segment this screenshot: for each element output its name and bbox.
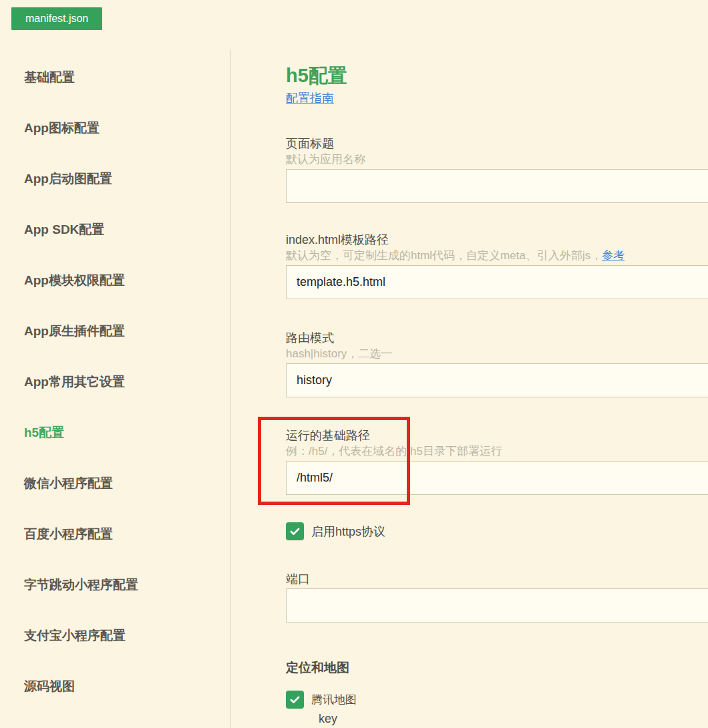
field-group-base-path: 运行的基础路径 例：/h5/，代表在域名的/h5目录下部署运行 [286,427,708,495]
tab-manifest-json[interactable]: manifest.json [11,7,102,30]
field-group-port: 端口 [286,571,708,622]
field-label: 端口 [286,571,708,587]
reference-link[interactable]: 参考 [602,249,625,262]
https-checkbox-row: 启用https协议 [286,522,385,540]
sidebar-item-source-view[interactable]: 源码视图 [24,661,218,712]
sidebar-item-base-config[interactable]: 基础配置 [24,52,218,103]
sidebar: 基础配置 App图标配置 App启动图配置 App SDK配置 App模块权限配… [24,52,218,712]
https-checkbox[interactable] [286,522,304,540]
field-hint: 默认为应用名称 [286,152,708,167]
sidebar-item-app-native-plugin-config[interactable]: App原生插件配置 [24,306,218,357]
sidebar-item-weixin-mp-config[interactable]: 微信小程序配置 [24,458,218,509]
check-icon [289,693,301,706]
sidebar-item-app-other-settings[interactable]: App常用其它设置 [24,357,218,407]
field-label: 路由模式 [286,330,708,346]
check-icon [289,525,301,538]
tencent-map-checkbox-row: 腾讯地图 [286,691,357,709]
field-hint: hash|history，二选一 [286,347,708,361]
sidebar-item-baidu-mp-config[interactable]: 百度小程序配置 [24,509,218,560]
field-group-page-title: 页面标题 默认为应用名称 [286,136,708,203]
tencent-map-checkbox[interactable] [286,691,304,709]
field-label: 页面标题 [286,136,708,152]
sidebar-divider [230,50,231,728]
page-title-input[interactable] [286,169,708,203]
field-label: index.html模板路径 [286,232,708,248]
h5-config-panel: h5配置 配置指南 页面标题 默认为应用名称 index.html模板路径 默认… [286,0,708,728]
index-html-template-input[interactable] [286,265,708,299]
field-hint: 默认为空，可定制生成的html代码，自定义meta、引入外部js，参考 [286,248,708,263]
sidebar-item-app-icon-config[interactable]: App图标配置 [24,103,218,154]
sidebar-item-app-sdk-config[interactable]: App SDK配置 [24,204,218,255]
port-input[interactable] [286,588,708,622]
https-checkbox-label: 启用https协议 [311,524,385,540]
base-path-input[interactable] [286,461,708,495]
tencent-map-checkbox-label: 腾讯地图 [311,692,357,707]
sidebar-item-app-launch-image-config[interactable]: App启动图配置 [24,154,218,204]
router-mode-input[interactable] [286,363,708,397]
sidebar-item-h5-config[interactable]: h5配置 [24,407,218,458]
page-title: h5配置 [286,64,347,87]
sidebar-item-app-module-permission-config[interactable]: App模块权限配置 [24,255,218,306]
sidebar-item-bytedance-mp-config[interactable]: 字节跳动小程序配置 [24,560,218,610]
field-label: 运行的基础路径 [286,427,708,443]
sidebar-item-alipay-mp-config[interactable]: 支付宝小程序配置 [24,610,218,661]
config-guide-link[interactable]: 配置指南 [286,92,334,105]
field-hint: 例：/h5/，代表在域名的/h5目录下部署运行 [286,444,708,459]
map-key-label: key [319,712,337,726]
hint-text: 默认为空，可定制生成的html代码，自定义meta、引入外部js， [286,249,602,262]
field-group-index-html-template: index.html模板路径 默认为空，可定制生成的html代码，自定义meta… [286,232,708,299]
section-heading-location-map: 定位和地图 [286,660,349,676]
field-group-router-mode: 路由模式 hash|history，二选一 [286,330,708,397]
